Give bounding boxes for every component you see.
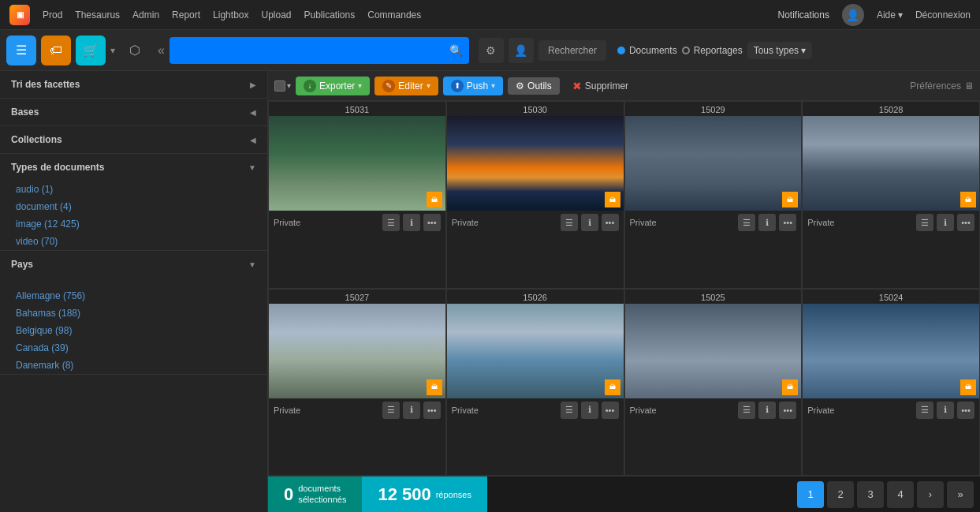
deconnexion-btn[interactable]: Déconnexion: [915, 9, 971, 21]
rechercher-btn[interactable]: Rechercher: [538, 40, 606, 61]
photo-img-15028[interactable]: 🏔: [803, 116, 979, 211]
dropdown-arrow[interactable]: ▾: [110, 45, 115, 56]
more-btn-15024[interactable]: •••: [957, 402, 974, 419]
edit-arrow: ▾: [427, 81, 430, 90]
nav-upload[interactable]: Upload: [261, 9, 291, 21]
photo-img-15024[interactable]: 🏔: [803, 304, 979, 398]
page-2-btn[interactable]: 2: [827, 481, 854, 508]
search-input[interactable]: [176, 44, 449, 56]
select-all-checkbox[interactable]: ▾: [274, 80, 291, 92]
sidebar-item-allemagne[interactable]: Allemagne (756): [0, 287, 267, 305]
sidebar-types-header[interactable]: Types de documents ▼: [0, 154, 267, 181]
sidebar-tri-header[interactable]: Tri des facettes ▶: [0, 71, 267, 98]
photo-img-15029[interactable]: 🏔: [625, 116, 802, 211]
avatar[interactable]: 👤: [842, 4, 864, 26]
sidebar-item-bahamas[interactable]: Bahamas (188): [0, 305, 267, 322]
push-button[interactable]: ⬆ Push ▾: [443, 77, 503, 95]
sidebar-item-image[interactable]: image (12 425): [0, 215, 267, 233]
nav-commandes[interactable]: Commandes: [367, 9, 421, 21]
info-btn-15025[interactable]: ℹ: [758, 402, 776, 419]
photo-img-15027[interactable]: 🏔: [269, 304, 445, 398]
sidebar-collections-header[interactable]: Collections ◀: [0, 126, 267, 153]
photo-badge-15025: 🏔: [782, 379, 798, 395]
photo-footer-15025: Private ☰ ℹ •••: [625, 398, 802, 422]
preferences-button[interactable]: Préférences 🖥: [910, 80, 974, 92]
collapse-sidebar-btn[interactable]: «: [158, 43, 165, 58]
more-btn-15030[interactable]: •••: [602, 214, 619, 231]
checkbox[interactable]: [274, 80, 285, 92]
sidebar-bases-header[interactable]: Bases ◀: [0, 99, 267, 125]
more-btn-15028[interactable]: •••: [957, 214, 974, 231]
list-action-btn-15029[interactable]: ☰: [738, 214, 755, 231]
nav-report[interactable]: Report: [172, 9, 200, 21]
photo-id-15030: 15030: [447, 102, 624, 116]
type-selector: Documents Reportages Tous types ▾: [617, 42, 812, 59]
menu-icon-btn[interactable]: ☰: [6, 36, 36, 65]
photo-img-15025[interactable]: 🏔: [625, 304, 802, 398]
supprimer-button[interactable]: ✖ Supprimer: [565, 77, 636, 95]
docs-selected-area: 0 documentssélectionnés: [268, 476, 362, 512]
list-action-btn-15027[interactable]: ☰: [382, 402, 400, 419]
list-action-btn-15026[interactable]: ☰: [561, 402, 578, 419]
info-btn-15031[interactable]: ℹ: [403, 214, 420, 231]
page-3-btn[interactable]: 3: [857, 481, 884, 508]
cube-icon-btn[interactable]: ⬡: [120, 36, 150, 65]
photo-actions-15029: ☰ ℹ •••: [738, 214, 796, 231]
info-btn-15029[interactable]: ℹ: [758, 214, 776, 231]
list-action-btn-15030[interactable]: ☰: [561, 214, 578, 231]
more-btn-15026[interactable]: •••: [602, 402, 619, 419]
list-action-btn-15031[interactable]: ☰: [382, 214, 400, 231]
next-page-btn[interactable]: ›: [917, 481, 944, 508]
photo-img-15031[interactable]: 🏔: [269, 116, 445, 211]
sidebar-item-document[interactable]: document (4): [0, 198, 267, 215]
checkbox-dropdown-arrow[interactable]: ▾: [287, 81, 291, 90]
more-btn-15025[interactable]: •••: [779, 402, 796, 419]
aide-button[interactable]: Aide ▾: [877, 9, 903, 21]
info-btn-15030[interactable]: ℹ: [581, 214, 598, 231]
settings-icon-btn[interactable]: ⚙: [479, 38, 504, 63]
sidebar-item-danemark[interactable]: Danemark (8): [0, 357, 267, 374]
sidebar-bases-section: Bases ◀: [0, 99, 267, 126]
search-submit-btn[interactable]: 🔍: [449, 44, 463, 57]
more-btn-15029[interactable]: •••: [779, 214, 796, 231]
edit-button[interactable]: ✎ Editer ▾: [374, 77, 438, 95]
sidebar-item-audio[interactable]: audio (1): [0, 181, 267, 198]
nav-thesaurus[interactable]: Thesaurus: [75, 9, 120, 21]
list-action-btn-15024[interactable]: ☰: [916, 402, 933, 419]
tous-types-dropdown[interactable]: Tous types ▾: [747, 42, 813, 59]
page-1-btn[interactable]: 1: [797, 481, 824, 508]
info-btn-15026[interactable]: ℹ: [581, 402, 598, 419]
photo-grid: 15031 🏔 Private ☰ ℹ ••• 15030 🏔: [268, 101, 980, 476]
list-action-btn-15028[interactable]: ☰: [916, 214, 933, 231]
documents-radio[interactable]: Documents: [617, 45, 677, 56]
last-page-btn[interactable]: »: [947, 481, 974, 508]
nav-admin[interactable]: Admin: [132, 9, 159, 21]
nav-publications[interactable]: Publications: [304, 9, 356, 21]
page-4-btn[interactable]: 4: [887, 481, 914, 508]
more-btn-15027[interactable]: •••: [423, 402, 441, 419]
person-icon-btn[interactable]: 👤: [509, 38, 534, 63]
info-btn-15024[interactable]: ℹ: [937, 402, 954, 419]
export-button[interactable]: ↓ Exporter ▾: [296, 77, 370, 95]
reportages-radio[interactable]: Reportages: [682, 45, 743, 56]
photo-footer-15027: Private ☰ ℹ •••: [269, 398, 445, 422]
sidebar-bases-arrow: ◀: [250, 108, 256, 117]
nav-prod[interactable]: Prod: [43, 9, 62, 21]
sidebar-item-video[interactable]: video (70): [0, 233, 267, 250]
shopping-icon-btn[interactable]: 🛒: [76, 36, 106, 65]
list-action-btn-15025[interactable]: ☰: [738, 402, 755, 419]
info-btn-15027[interactable]: ℹ: [403, 402, 420, 419]
outils-button[interactable]: ⚙ Outils: [508, 77, 560, 95]
photo-img-15026[interactable]: 🏔: [447, 304, 624, 398]
photo-private-15024: Private: [807, 405, 834, 415]
sidebar-pays-header[interactable]: Pays ▼: [0, 251, 267, 278]
notifications-btn[interactable]: Notifications: [778, 9, 829, 21]
sidebar-item-canada[interactable]: Canada (39): [0, 339, 267, 357]
more-btn-15031[interactable]: •••: [423, 214, 441, 231]
sidebar-item-belgique[interactable]: Belgique (98): [0, 322, 267, 339]
photo-img-15030[interactable]: 🏔: [447, 116, 624, 211]
bookmark-icon-btn[interactable]: 🏷: [41, 36, 71, 65]
info-btn-15028[interactable]: ℹ: [937, 214, 954, 231]
nav-lightbox[interactable]: Lightbox: [213, 9, 248, 21]
sidebar-collections-arrow: ◀: [250, 136, 256, 144]
